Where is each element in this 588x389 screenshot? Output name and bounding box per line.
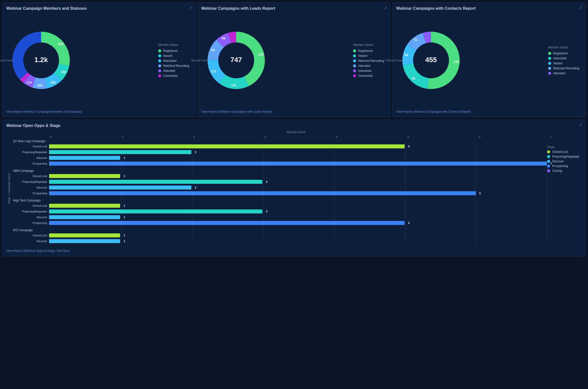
record-count-label: Record Count (0, 59, 13, 62)
legend-label: Absent (163, 54, 172, 58)
bar-track: 7 (49, 162, 547, 166)
x-tick: 4 (336, 135, 338, 138)
legend-dot (548, 72, 551, 75)
legend-item-3: Attended (353, 64, 384, 68)
legend-item-2: Absent (548, 62, 579, 65)
bar-track: 5 (49, 144, 547, 148)
bar-chart-title: Webinar Open Opps & Stage (6, 123, 582, 128)
expand-icon[interactable]: ⤢ (579, 6, 582, 10)
legend-label: Registered (553, 52, 568, 55)
bar-row-label: Closed Lost (10, 145, 49, 148)
legend-title: Member Status (353, 43, 384, 47)
donut-segment-6 (12, 32, 41, 80)
view-report-link[interactable]: View Report (Webinar Campaigns with Cont… (396, 110, 582, 113)
legend-dot (353, 49, 356, 52)
donut-area: Record Count5561861811641141.2kMember St… (6, 13, 192, 107)
x-tick: 0 (50, 135, 52, 138)
bar-chart-view-report[interactable]: View Report (Webinar Opps & Stage | Not … (6, 249, 582, 253)
legend-dot (353, 69, 356, 72)
donut-wrapper: Record Count236925551455 (399, 28, 463, 93)
bar-value-label: 1 (124, 240, 125, 243)
segment-label-2: 55 (405, 53, 408, 57)
legend-label: Absent (553, 62, 562, 65)
bar-track: 6 (49, 191, 547, 195)
bar-value-label: 5 (408, 145, 410, 148)
legend-dot (353, 54, 356, 57)
x-axis-title: Record Count (10, 130, 582, 134)
legend-title: Member Status (548, 46, 579, 49)
chart-title: Webinar Campaigns with Contacts Report (396, 6, 582, 11)
legend-label: Watched Recording (163, 64, 189, 68)
legend-item-2: Watched Recording (353, 59, 384, 63)
chart-card-webinar-leads: Webinar Campaigns with Leads Report⤢Reco… (198, 2, 391, 117)
bar-chart-expand-icon[interactable]: ⤢ (579, 123, 582, 127)
bar-track: 3 (49, 180, 547, 184)
bar-track: 1 (49, 233, 547, 237)
bar-row-label: Closed Lost (10, 175, 49, 178)
bar-fill: 5 (49, 144, 405, 148)
bar-fill: 3 (49, 209, 262, 213)
donut-wrapper: Record Count5561861811641141.2k (9, 28, 74, 93)
legend-item-4: Attended (158, 69, 189, 73)
segment-label-4: 114 (26, 81, 32, 84)
bar-fill: 5 (49, 221, 405, 225)
bar-row-label: Proposing/Negotiate (10, 210, 49, 213)
record-count-label: Record Count (191, 59, 208, 62)
chart-title: Webinar Campaign Members and Statuses (6, 6, 192, 11)
legend-dot (158, 59, 161, 62)
chart-card-webinar-contacts: Webinar Campaigns with Contacts Report⤢R… (392, 2, 586, 117)
bar-fill: 2 (49, 186, 191, 190)
bar-value-label: 1 (124, 204, 125, 207)
x-tick: 2 (193, 135, 195, 138)
legend-dot (548, 57, 551, 60)
legend-item-1: Interested (548, 57, 579, 60)
expand-icon[interactable]: ⤢ (189, 6, 192, 10)
legend-item-1: Absent (353, 54, 384, 58)
bar-row-label: Discover (10, 216, 49, 219)
legend-label: Attended (163, 69, 175, 73)
legend-label: Attended (553, 72, 565, 75)
segment-label-1: 92 (412, 77, 415, 80)
legend-dot (158, 54, 161, 57)
legend-item-5: Connected (158, 74, 189, 78)
bar-track: 5 (49, 221, 547, 225)
bar-value-label: 5 (408, 221, 410, 224)
bar-row-label: Prospecting (10, 192, 49, 195)
bar-fill: 3 (49, 180, 262, 184)
donut-center-value: 455 (425, 56, 437, 64)
legend-label: Interested (163, 59, 176, 63)
bar-row-label: Closed Lost (10, 204, 49, 207)
x-axis-ticks: 01234567 (10, 135, 582, 138)
legend-dot (158, 64, 161, 67)
bar-chart-card: Webinar Open Opps & Stage ⤢ Stage > Camp… (2, 120, 586, 256)
expand-icon[interactable]: ⤢ (384, 6, 387, 10)
bar-row-1-2: Discover2 (10, 185, 582, 190)
bar-row-2-2: Discover1 (10, 215, 582, 220)
bar-value-label: 1 (124, 175, 125, 178)
segment-label-2: 113 (211, 69, 216, 73)
bar-fill: 1 (49, 156, 120, 160)
donut-center-value: 747 (230, 56, 242, 64)
legend-item-2: Interested (158, 59, 189, 63)
y-axis-label: Stage > Campaign Name (6, 173, 10, 204)
bar-value-label: 6 (479, 192, 481, 195)
campaign-name: High Tech Campaign (10, 199, 582, 202)
bar-row-2-3: Prospecting5 (10, 220, 582, 225)
bar-row-1-1: Proposing/Negotiate3 (10, 179, 582, 184)
campaign-name: ROI Campaign (10, 228, 582, 232)
campaign-name: Q1 New Logo Campaign (10, 139, 582, 143)
bar-chart-container: Stage > Campaign Name Record Count Stage… (6, 130, 582, 247)
view-report-link[interactable]: View Report (Webinar Campaign Members an… (6, 110, 192, 113)
legend-dot (158, 69, 161, 72)
legend-label: Registered (358, 49, 372, 53)
bar-value-label: 1 (124, 156, 125, 159)
segment-label-0: 320 (258, 53, 264, 56)
bar-track: 1 (49, 239, 547, 243)
top-row-charts: Webinar Campaign Members and Statuses⤢Re… (2, 2, 586, 117)
bar-track: 1 (49, 156, 547, 160)
campaign-group-1: ABM CampaignClosed Lost1Proposing/Negoti… (10, 169, 582, 196)
bar-row-label: Prospecting (10, 162, 49, 165)
segment-label-1: 131 (231, 83, 236, 87)
bar-row-2-0: Closed Lost1 (10, 203, 582, 208)
view-report-link[interactable]: View Report (Webinar Campaigns with Lead… (201, 110, 387, 113)
